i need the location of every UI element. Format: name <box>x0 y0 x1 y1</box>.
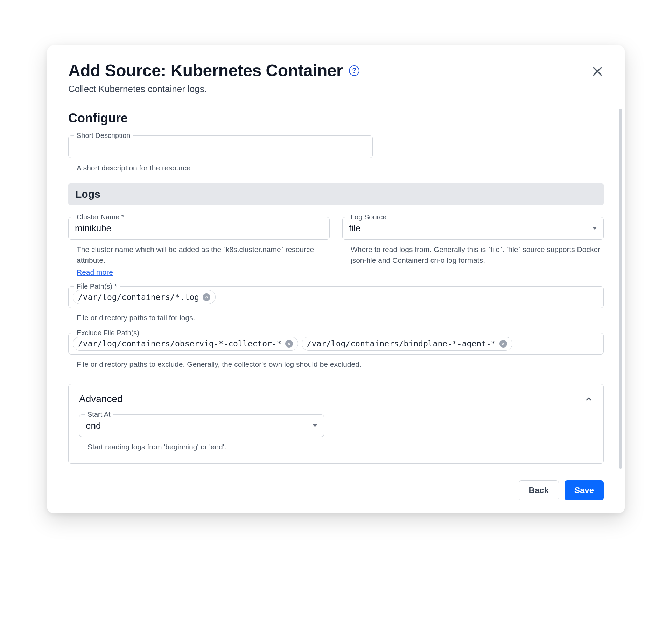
file-paths-input[interactable]: /var/log/containers/*.log ✕ <box>68 286 604 308</box>
modal-header: Add Source: Kubernetes Container ? Colle… <box>47 45 625 105</box>
log-source-value: file <box>349 223 360 234</box>
short-description-helper: A short description for the resource <box>68 162 373 174</box>
short-description-label: Short Description <box>74 132 133 140</box>
chevron-down-icon <box>592 227 597 230</box>
save-button[interactable]: Save <box>565 480 604 500</box>
cluster-name-read-more-link[interactable]: Read more <box>68 268 113 276</box>
help-icon[interactable]: ? <box>349 65 359 76</box>
exclude-paths-input[interactable]: /var/log/containers/observiq-*-collector… <box>68 333 604 355</box>
configure-title: Configure <box>68 111 604 126</box>
advanced-toggle[interactable]: Advanced <box>79 393 593 405</box>
start-at-group: Start At end Start reading logs from 'be… <box>79 414 324 453</box>
chip-remove-icon[interactable]: ✕ <box>499 340 507 348</box>
log-source-group: Log Source file Where to read logs from.… <box>342 217 604 276</box>
modal-footer: Back Save <box>47 472 625 513</box>
back-button[interactable]: Back <box>519 480 559 500</box>
chevron-up-icon <box>584 395 593 403</box>
modal-title: Add Source: Kubernetes Container <box>68 61 343 80</box>
file-paths-group: File Path(s) * /var/log/containers/*.log… <box>68 286 604 323</box>
short-description-group: Short Description A short description fo… <box>68 135 373 174</box>
chip-text: /var/log/containers/*.log <box>78 293 199 302</box>
logs-title: Logs <box>75 188 597 200</box>
start-at-value: end <box>86 420 101 431</box>
chip-remove-icon[interactable]: ✕ <box>203 293 210 301</box>
modal-subtitle: Collect Kubernetes container logs. <box>68 84 604 94</box>
modal-dialog: Add Source: Kubernetes Container ? Colle… <box>47 45 625 513</box>
start-at-helper: Start reading logs from 'beginning' or '… <box>79 441 324 453</box>
file-path-chip: /var/log/containers/*.log ✕ <box>73 290 216 304</box>
cluster-name-label: Cluster Name * <box>74 213 127 221</box>
start-at-select[interactable]: end <box>79 414 324 437</box>
log-source-helper: Where to read logs from. Generally this … <box>342 244 604 266</box>
chevron-down-icon <box>313 424 317 427</box>
advanced-panel: Advanced Start At end Start reading logs… <box>68 384 604 464</box>
start-at-label: Start At <box>85 411 113 419</box>
log-source-label: Log Source <box>348 213 389 221</box>
file-paths-label: File Path(s) * <box>74 282 120 290</box>
close-icon[interactable] <box>591 65 604 78</box>
advanced-title: Advanced <box>79 393 123 405</box>
cluster-name-group: Cluster Name * The cluster name which wi… <box>68 217 330 276</box>
exclude-paths-group: Exclude File Path(s) /var/log/containers… <box>68 333 604 370</box>
scrollbar[interactable] <box>619 109 622 469</box>
exclude-paths-helper: File or directory paths to exclude. Gene… <box>68 359 604 370</box>
exclude-path-chip: /var/log/containers/bindplane-*-agent-* … <box>302 337 512 351</box>
cluster-name-helper: The cluster name which will be added as … <box>68 244 330 266</box>
logs-section-header: Logs <box>68 183 604 205</box>
exclude-path-chip: /var/log/containers/observiq-*-collector… <box>73 337 298 351</box>
modal-body: Configure Short Description A short desc… <box>47 105 625 472</box>
chip-text: /var/log/containers/observiq-*-collector… <box>78 339 282 348</box>
file-paths-helper: File or directory paths to tail for logs… <box>68 312 604 323</box>
exclude-paths-label: Exclude File Path(s) <box>74 329 142 337</box>
chip-remove-icon[interactable]: ✕ <box>285 340 293 348</box>
chip-text: /var/log/containers/bindplane-*-agent-* <box>307 339 496 348</box>
